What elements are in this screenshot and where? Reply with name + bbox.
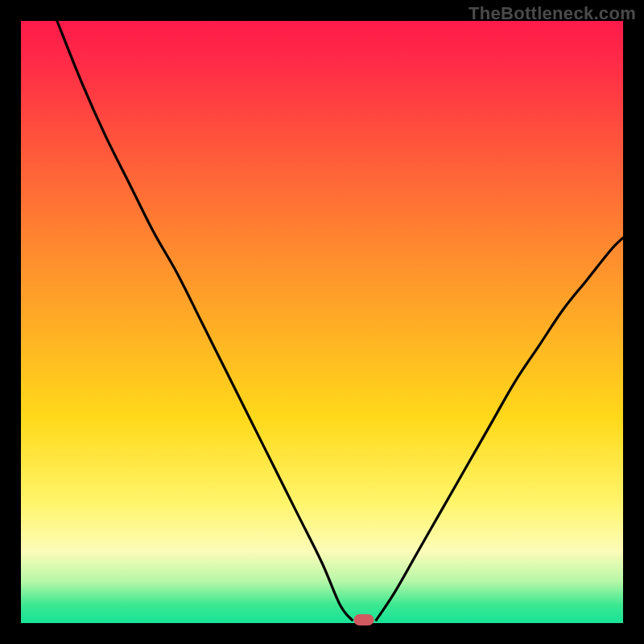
plot-area [21,21,623,623]
chart-frame: TheBottleneck.com [0,0,644,644]
curve-left-branch [57,21,353,620]
watermark-text: TheBottleneck.com [469,3,636,24]
bottleneck-curve [21,21,623,623]
curve-right-branch [376,237,623,620]
minimum-marker [354,614,374,625]
